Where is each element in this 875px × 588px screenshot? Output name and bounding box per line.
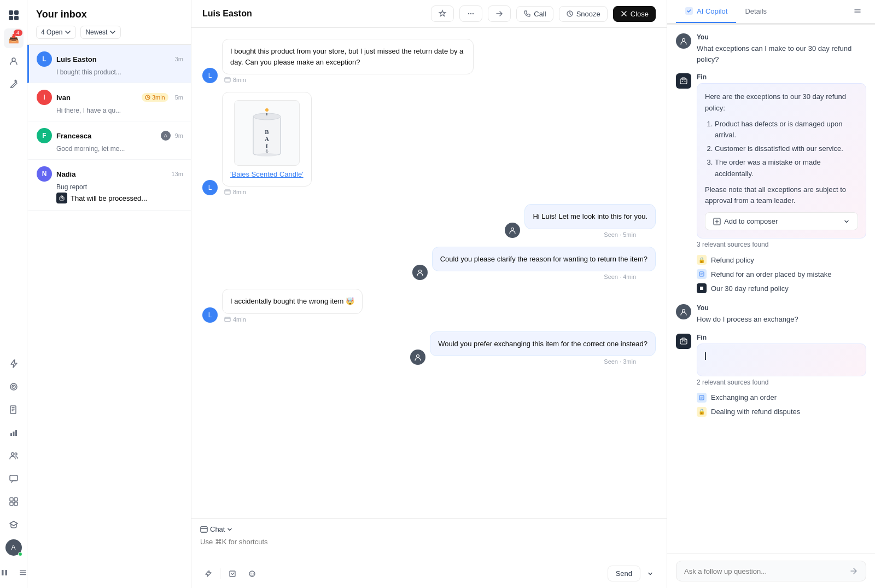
open-filter-btn[interactable]: 4 Open [36,26,76,39]
sources-count-2: 2 relevant sources found [697,379,866,386]
svg-rect-10 [13,432,14,436]
svg-rect-11 [15,430,17,436]
inbox-nav-icon[interactable]: 📥 4 [4,28,24,48]
menu-icon[interactable] [15,565,31,580]
chat-nav-icon[interactable] [4,469,24,488]
source-item-1-1[interactable]: 🔒 Refund policy [697,253,866,267]
msg-bubble-6: Would you prefer exchanging this item fo… [430,331,656,357]
fin-point-3: The order was a mistake or made accident… [715,157,858,180]
emoji-composer-icon[interactable] [244,566,260,581]
inbox-item-preview-luis: I bought this product... [37,68,183,76]
msg-avatar-agent-6 [410,350,425,365]
source-item-2-1[interactable]: Exchanging an order [697,391,866,405]
send-area: Send [608,566,658,581]
svg-rect-16 [14,498,18,501]
inbox-item-time-nadia: 13m [172,171,183,177]
user-avatar-icon[interactable]: A [4,538,24,557]
sources-count-1: 3 relevant sources found [697,241,866,248]
svg-point-26 [468,13,469,14]
chart-nav-icon[interactable] [4,423,24,443]
pause-icon[interactable] [0,565,12,580]
lightning-nav-icon[interactable] [4,354,24,374]
svg-point-49 [250,573,252,574]
close-button[interactable]: Close [613,6,656,22]
copilot-speaker-fin-1: Fin [697,73,866,81]
target-nav-icon[interactable] [4,377,24,397]
learn-nav-icon[interactable] [4,515,24,534]
copilot-body: You What exceptions can I make to our 30… [667,25,875,554]
svg-point-55 [682,81,683,82]
avatar-nadia: N [37,166,52,182]
more-options-button[interactable] [459,5,482,22]
reassign-button[interactable] [488,5,511,22]
svg-rect-65 [699,395,704,400]
inbox-item-name-nadia: Nadia [56,170,167,178]
svg-rect-44 [225,317,230,322]
contacts-nav-icon[interactable] [4,51,24,71]
source-label-1-3: Our 30 day refund policy [711,284,789,293]
svg-rect-58 [699,272,704,276]
svg-rect-1 [14,10,19,15]
inbox-item-francesca[interactable]: F Francesca A 9m Good morning, let me... [27,121,191,160]
inbox-list: L Luis Easton 3m I bought this product..… [27,45,191,588]
source-item-1-3[interactable]: Our 30 day refund policy [697,281,866,295]
inbox-item-nadia[interactable]: N Nadia 13m Bug report That will be proc… [27,160,191,211]
svg-text:A: A [265,136,269,142]
lightning-composer-icon[interactable] [200,566,215,581]
call-button[interactable]: Call [516,6,553,22]
product-link[interactable]: 'Baies Scented Candle' [230,170,304,178]
bot-icon-nadia [56,193,67,203]
logo-icon[interactable] [4,5,24,25]
svg-point-52 [682,39,685,42]
inbox-item-time-luis: 3m [175,56,183,62]
composer-input[interactable] [200,538,658,560]
inbox-badge: 4 [14,30,22,36]
message-product: L B A I E S [202,92,656,195]
source-label-1-1: Refund policy [711,256,754,264]
copilot-msg-you-2: You How do I process an exchange? [676,304,866,325]
svg-point-60 [682,310,685,312]
copilot-header: AI Copilot Details [667,0,875,24]
snooze-button[interactable]: Snooze [559,6,608,22]
chat-header: Luis Easton Call Snooze Close [191,0,667,28]
send-more-icon[interactable] [643,566,658,581]
send-button[interactable]: Send [608,566,640,581]
svg-rect-14 [10,475,18,481]
star-button[interactable] [431,5,454,22]
copilot-speaker-you-2: You [697,304,798,312]
chat-contact-name: Luis Easton [202,9,425,19]
source-item-2-2[interactable]: 🔒 Dealing with refund disputes [697,405,866,419]
tab-details[interactable]: Details [736,1,775,23]
compose-nav-icon[interactable] [4,74,24,94]
svg-point-24 [61,198,62,199]
newest-filter-btn[interactable]: Newest [80,26,121,39]
follow-up-send-icon[interactable] [849,567,858,575]
inbox-item-ivan[interactable]: I Ivan 3min 5m Hi there, I have a qu... [27,83,191,121]
svg-point-42 [511,228,514,230]
save-composer-icon[interactable] [225,566,240,581]
msg-avatar-luis-5: L [202,307,218,323]
message-4: Could you please clarify the reason for … [202,247,656,281]
expand-icon[interactable] [849,2,866,21]
svg-point-27 [470,13,471,14]
svg-rect-30 [225,78,230,82]
svg-point-13 [15,453,17,455]
tab-ai-copilot[interactable]: AI Copilot [676,0,736,23]
svg-rect-59 [700,287,703,290]
product-card: B A I E S 'Baies Scented Candle' [222,92,312,187]
follow-up-input[interactable] [684,567,845,575]
source-item-1-2[interactable]: Refund for an order placed by mistake [697,267,866,281]
msg-avatar-luis-1: L [202,68,218,83]
inbox-item-preview-francesca: Good morning, let me... [37,145,183,153]
svg-rect-41 [225,190,230,194]
composer-mode-label[interactable]: Chat [200,525,232,533]
grid-nav-icon[interactable] [4,492,24,511]
book-nav-icon[interactable] [4,400,24,420]
copilot-avatar-you-2 [676,304,691,319]
add-to-composer-button[interactable]: Add to composer [705,212,858,230]
source-icon-1-1: 🔒 [697,255,707,265]
svg-rect-9 [10,433,12,436]
source-icon-2-1 [697,393,707,403]
team-nav-icon[interactable] [4,446,24,465]
inbox-item-luis[interactable]: L Luis Easton 3m I bought this product..… [27,45,191,83]
